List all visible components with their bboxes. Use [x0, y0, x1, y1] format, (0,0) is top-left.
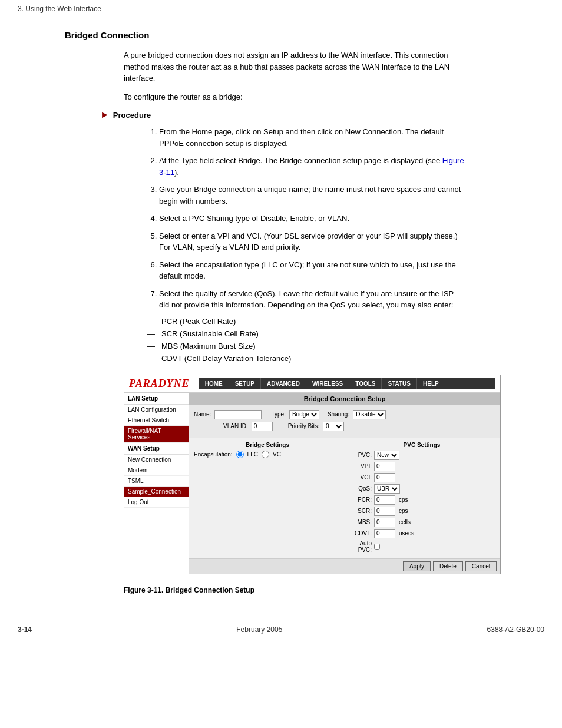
dash-icon: — — [147, 317, 157, 326]
sidebar-group-wan: WAN Setup — [124, 443, 189, 455]
pvc-label: PVC: — [348, 452, 372, 458]
bullet-mbs: — MBS (Maximum Burst Size) — [147, 342, 465, 350]
router-logo: PARADYNE — [129, 378, 190, 390]
nav-home[interactable]: HOME — [199, 378, 229, 389]
nav-setup[interactable]: SETUP — [229, 378, 261, 389]
step-2: At the Type field select Bridge. The Bri… — [159, 155, 465, 178]
pvc-select[interactable]: New — [374, 451, 399, 460]
nav-tools[interactable]: TOOLS — [349, 378, 382, 389]
vci-label: VCI: — [348, 474, 372, 481]
step-4: Select a PVC Sharing type of Disable, En… — [159, 213, 465, 224]
bullet-scr: — SCR (Sustainable Cell Rate) — [147, 329, 465, 338]
cancel-button[interactable]: Cancel — [465, 561, 497, 571]
router-body: LAN Setup LAN Configuration Ethernet Swi… — [124, 393, 500, 574]
priority-bits-label: Priority Bits: — [288, 423, 319, 429]
cdvt-label: CDVT: — [348, 530, 372, 537]
nav-help[interactable]: HELP — [417, 378, 445, 389]
footer-doc-id: 6388-A2-GB20-00 — [487, 626, 544, 634]
vlan-id-label: VLAN ID: — [223, 423, 248, 429]
mbs-unit: cells — [399, 519, 411, 525]
bullet-cdvt: — CDVT (Cell Delay Variation Tolerance) — [147, 354, 465, 363]
sidebar-item-lan-config[interactable]: LAN Configuration — [124, 405, 189, 415]
procedure-arrow-icon: ► — [100, 110, 110, 120]
breadcrumb: 3. Using the Web Interface — [0, 0, 562, 18]
procedure-title: Procedure — [113, 111, 151, 120]
section-title: Bridged Connection — [65, 30, 544, 40]
vpi-input[interactable] — [374, 462, 395, 471]
cdvt-row: CDVT: usecs — [348, 529, 495, 538]
bridge-settings-title: Bridge Settings — [194, 442, 341, 448]
encapsulation-row: Encapsulation: LLC VC — [194, 451, 341, 458]
cdvt-input[interactable] — [374, 529, 395, 538]
figure-link[interactable]: Figure 3-11 — [159, 156, 464, 177]
pvc-settings-col: PVC Settings PVC: New VPI: VC — [348, 442, 495, 555]
pcr-unit: cps — [399, 497, 408, 503]
intro-paragraph-2: To configure the router as a bridge: — [124, 91, 465, 103]
enc-vc-label: VC — [273, 451, 281, 458]
action-bar: Apply Delete Cancel — [189, 558, 500, 574]
bridge-settings-col: Bridge Settings Encapsulation: LLC VC — [194, 442, 341, 555]
sidebar-item-sample-connection[interactable]: Sample_Connection — [124, 487, 189, 497]
sidebar: LAN Setup LAN Configuration Ethernet Swi… — [124, 393, 189, 574]
footer-date: February 2005 — [236, 626, 282, 634]
scr-input[interactable] — [374, 507, 395, 516]
sidebar-item-firewall[interactable]: Firewall/NAT Services — [124, 426, 189, 443]
mbs-input[interactable] — [374, 518, 395, 527]
intro-paragraph-1: A pure bridged connection does not assig… — [124, 49, 465, 84]
qos-label: QoS: — [348, 485, 372, 492]
qos-select[interactable]: UBR — [374, 484, 400, 494]
sidebar-item-new-connection[interactable]: New Connection — [124, 455, 189, 465]
settings-columns: Bridge Settings Encapsulation: LLC VC PV… — [189, 438, 500, 558]
sidebar-item-modem[interactable]: Modem — [124, 465, 189, 476]
nav-bar: HOME SETUP ADVANCED WIRELESS TOOLS STATU… — [199, 378, 495, 389]
dash-icon: — — [147, 342, 157, 350]
panel-title: Bridged Connection Setup — [189, 393, 500, 405]
step-5: Select or enter a VPI and VCI. (Your DSL… — [159, 230, 465, 253]
main-panel: Bridged Connection Setup Name: Type: Bri… — [189, 393, 500, 574]
step-1: From the Home page, click on Setup and t… — [159, 126, 465, 149]
nav-status[interactable]: STATUS — [382, 378, 417, 389]
figure-caption: Figure 3-11. Bridged Connection Setup — [124, 586, 544, 594]
type-label: Type: — [271, 411, 285, 418]
sharing-select[interactable]: Disable — [353, 410, 386, 419]
priority-bits-select[interactable]: 0 — [323, 422, 344, 431]
vpi-row: VPI: — [348, 462, 495, 471]
form-row-name: Name: Type: Bridge Sharing: Disable — [194, 410, 495, 419]
sidebar-item-logout[interactable]: Log Out — [124, 497, 189, 508]
delete-button[interactable]: Delete — [433, 561, 463, 571]
sidebar-item-tsml[interactable]: TSML — [124, 476, 189, 487]
cdvt-unit: usecs — [399, 530, 414, 537]
bullet-pcr: — PCR (Peak Cell Rate) — [147, 317, 465, 326]
vci-row: VCI: — [348, 473, 495, 482]
enc-llc-radio[interactable] — [236, 451, 244, 458]
vci-input[interactable] — [374, 473, 395, 482]
vpi-label: VPI: — [348, 463, 372, 469]
pcr-label: PCR: — [348, 497, 372, 503]
pcr-row: PCR: cps — [348, 495, 495, 505]
auto-pvc-row: Auto PVC: — [348, 540, 495, 553]
form-row-vlan: VLAN ID: Priority Bits: 0 — [194, 422, 495, 431]
sidebar-item-ethernet-switch[interactable]: Ethernet Switch — [124, 415, 189, 426]
type-select[interactable]: Bridge — [289, 410, 319, 419]
dash-icon: — — [147, 329, 157, 338]
step-3: Give your Bridge connection a unique nam… — [159, 184, 465, 207]
apply-button[interactable]: Apply — [403, 561, 431, 571]
vlan-id-input[interactable] — [252, 422, 273, 431]
sidebar-group-lan: LAN Setup — [124, 393, 189, 405]
scr-label: SCR: — [348, 508, 372, 514]
step-6: Select the encapsulation type (LLC or VC… — [159, 259, 465, 282]
encapsulation-label: Encapsulation: — [194, 451, 233, 458]
pvc-settings-title: PVC Settings — [348, 442, 495, 448]
name-input[interactable] — [214, 410, 262, 419]
pcr-input[interactable] — [374, 495, 395, 505]
scr-unit: cps — [399, 508, 408, 514]
nav-advanced[interactable]: ADVANCED — [261, 378, 306, 389]
footer-page-number: 3-14 — [18, 626, 32, 634]
form-area: Name: Type: Bridge Sharing: Disable V — [189, 405, 500, 438]
auto-pvc-checkbox[interactable] — [374, 544, 380, 550]
page-footer: 3-14 February 2005 6388-A2-GB20-00 — [0, 618, 562, 641]
enc-vc-radio[interactable] — [262, 451, 269, 458]
nav-wireless[interactable]: WIRELESS — [306, 378, 349, 389]
router-screenshot: PARADYNE HOME SETUP ADVANCED WIRELESS TO… — [124, 375, 501, 574]
mbs-label: MBS: — [348, 519, 372, 525]
